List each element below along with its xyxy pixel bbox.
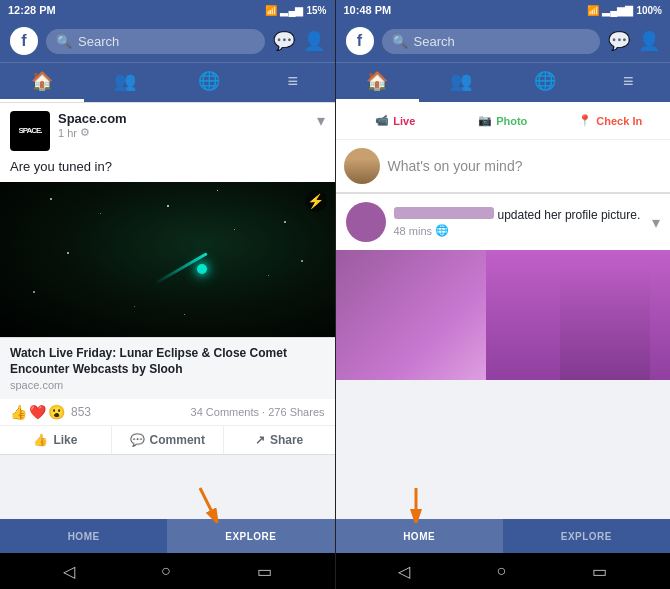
right-phone: 10:48 PM 📶 ▂▄▆▇ 100% f 🔍 Search 💬 👤 🏠 👥 …	[336, 0, 671, 589]
update-action: updated her profile picture.	[498, 208, 641, 222]
home-button-right[interactable]: ○	[496, 562, 506, 580]
link-title: Watch Live Friday: Lunar Eclipse & Close…	[10, 346, 325, 377]
globe-icon-small: 🌐	[435, 224, 449, 237]
fb-nav-right: f 🔍 Search 💬 👤	[336, 20, 671, 62]
bottom-tabs-left: HOME EXPLORE	[0, 519, 335, 553]
post-placeholder[interactable]: What's on your mind?	[388, 158, 523, 174]
time-left: 12:28 PM	[8, 4, 56, 16]
tab-globe-right[interactable]: 🌐	[503, 63, 587, 102]
tab-bar-right: 🏠 👥 🌐 ≡	[336, 62, 671, 102]
reaction-count: 853	[71, 405, 91, 419]
signal-right: ▂▄▆▇	[602, 5, 633, 16]
link-preview: Watch Live Friday: Lunar Eclipse & Close…	[0, 337, 335, 399]
tab-menu-left[interactable]: ≡	[251, 63, 335, 102]
left-phone: 12:28 PM 📶 ▂▄▆ 15% f 🔍 Search 💬 👤 🏠 👥 🌐 …	[0, 0, 335, 589]
back-button-right[interactable]: ◁	[398, 562, 410, 581]
photo-button[interactable]: 📷 Photo	[451, 108, 555, 133]
feed-left: SPACE. Space.com 1 hr ⚙ ▾ Are you tuned …	[0, 102, 335, 519]
bottom-area-right: HOME EXPLORE	[336, 519, 671, 553]
blurred-name	[394, 207, 494, 219]
home-tab-right[interactable]: HOME	[336, 519, 503, 553]
explore-tab-right[interactable]: EXPLORE	[503, 519, 670, 553]
battery-left: 15%	[306, 5, 326, 16]
bottom-area-left: HOME EXPLORE	[0, 519, 335, 553]
back-button-left[interactable]: ◁	[63, 562, 75, 581]
comet-head	[197, 264, 207, 274]
status-bar-right: 10:48 PM 📶 ▂▄▆▇ 100%	[336, 0, 671, 20]
feed-right: updated her profile picture. 48 mins 🌐 ▾	[336, 193, 671, 519]
bottom-tabs-right: HOME EXPLORE	[336, 519, 671, 553]
recents-button-left[interactable]: ▭	[257, 562, 272, 581]
heart-emoji: ❤️	[29, 404, 46, 420]
post-time: 1 hr ⚙	[58, 126, 309, 139]
comments-shares: 34 Comments · 276 Shares	[191, 406, 325, 418]
tab-globe-left[interactable]: 🌐	[167, 63, 251, 102]
search-bar-left[interactable]: 🔍 Search	[46, 29, 265, 54]
photo-icon: 📷	[478, 114, 492, 127]
tab-home-right[interactable]: 🏠	[336, 63, 420, 102]
tab-home-left[interactable]: 🏠	[0, 63, 84, 102]
update-more-icon[interactable]: ▾	[652, 213, 660, 232]
post-text: Are you tuned in?	[0, 159, 335, 182]
fb-nav-left: f 🔍 Search 💬 👤	[0, 20, 335, 62]
link-domain: space.com	[10, 379, 325, 391]
explore-tab-left[interactable]: EXPLORE	[167, 519, 334, 553]
like-emoji: 👍	[10, 404, 27, 420]
post-page-name[interactable]: Space.com	[58, 111, 309, 126]
friend-requests-icon-left[interactable]: 👤	[303, 30, 325, 52]
search-icon-right: 🔍	[392, 34, 408, 49]
fb-logo-right: f	[346, 27, 374, 55]
page-logo: SPACE.	[10, 111, 50, 151]
post-meta: Space.com 1 hr ⚙	[58, 111, 309, 139]
home-tab-left[interactable]: HOME	[0, 519, 167, 553]
reaction-icons: 👍 ❤️ 😮 853	[10, 404, 91, 420]
wifi-icon-right: 📶	[587, 5, 599, 16]
time-right: 10:48 PM	[344, 4, 392, 16]
location-icon: 📍	[578, 114, 592, 127]
battery-right: 100%	[636, 5, 662, 16]
post-create-buttons: 📹 Live 📷 Photo 📍 Check In	[336, 102, 671, 140]
messenger-icon-left[interactable]: 💬	[273, 30, 295, 52]
tab-friends-right[interactable]: 👥	[419, 63, 503, 102]
signal-left: ▂▄▆	[280, 5, 303, 16]
update-image	[336, 250, 671, 380]
search-bar-right[interactable]: 🔍 Search	[382, 29, 601, 54]
action-row: 👍 Like 💬 Comment ↗ Share	[0, 426, 335, 454]
post-image: ⚡	[0, 182, 335, 337]
live-icon: 📹	[375, 114, 389, 127]
home-button-left[interactable]: ○	[161, 562, 171, 580]
share-button[interactable]: ↗ Share	[224, 426, 335, 454]
friend-requests-icon-right[interactable]: 👤	[638, 30, 660, 52]
update-header: updated her profile picture. 48 mins 🌐 ▾	[336, 194, 671, 250]
like-button[interactable]: 👍 Like	[0, 426, 112, 454]
live-button[interactable]: 📹 Live	[344, 108, 448, 133]
share-icon: ↗	[255, 433, 265, 447]
update-meta: updated her profile picture. 48 mins 🌐	[394, 207, 645, 237]
post-create: 📹 Live 📷 Photo 📍 Check In What's on your…	[336, 102, 671, 193]
post-header: SPACE. Space.com 1 hr ⚙ ▾	[0, 103, 335, 159]
fb-logo-left: f	[10, 27, 38, 55]
update-time: 48 mins 🌐	[394, 224, 645, 237]
comment-button[interactable]: 💬 Comment	[112, 426, 224, 454]
tab-menu-right[interactable]: ≡	[586, 63, 670, 102]
status-bar-left: 12:28 PM 📶 ▂▄▆ 15%	[0, 0, 335, 20]
update-post: updated her profile picture. 48 mins 🌐 ▾	[336, 193, 671, 380]
search-icon-left: 🔍	[56, 34, 72, 49]
tab-bar-left: 🏠 👥 🌐 ≡	[0, 62, 335, 102]
reactions-row: 👍 ❤️ 😮 853 34 Comments · 276 Shares	[0, 399, 335, 426]
like-icon: 👍	[33, 433, 48, 447]
settings-icon[interactable]: ⚙	[80, 126, 90, 139]
checkin-button[interactable]: 📍 Check In	[559, 108, 663, 133]
post-card: SPACE. Space.com 1 hr ⚙ ▾ Are you tuned …	[0, 102, 335, 455]
user-avatar	[344, 148, 380, 184]
wifi-icon-left: 📶	[265, 5, 277, 16]
recents-button-right[interactable]: ▭	[592, 562, 607, 581]
update-avatar	[346, 202, 386, 242]
android-nav-right: ◁ ○ ▭	[336, 553, 671, 589]
android-nav-left: ◁ ○ ▭	[0, 553, 335, 589]
messenger-icon-right[interactable]: 💬	[608, 30, 630, 52]
tab-friends-left[interactable]: 👥	[84, 63, 168, 102]
comment-icon: 💬	[130, 433, 145, 447]
lightning-icon: ⚡	[305, 190, 327, 212]
post-more-icon[interactable]: ▾	[317, 111, 325, 130]
